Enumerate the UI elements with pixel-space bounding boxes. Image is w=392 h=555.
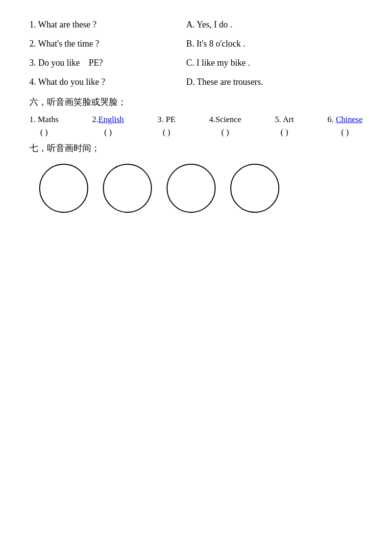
qa-row-3: 3. Do you like PE? C. I like my bike .: [29, 58, 363, 68]
subject-pe: 3. PE ( ): [157, 115, 175, 137]
qa-answer-3: C. I like my bike .: [186, 58, 363, 68]
subject-english-bracket: ( ): [104, 127, 112, 137]
subject-pe-label: 3. PE: [157, 115, 175, 125]
subject-art-bracket: ( ): [280, 127, 288, 137]
subject-science: 4.Science ( ): [209, 115, 242, 137]
subject-maths: 1. Maths ( ): [29, 115, 59, 137]
qa-question-4: 4. What do you like ?: [29, 77, 186, 87]
subject-chinese-bracket: ( ): [341, 127, 349, 137]
qa-row-1: 1. What are these ? A. Yes, I do .: [29, 20, 363, 30]
qa-answer-4: D. These are trousers.: [186, 77, 363, 87]
subject-maths-label: 1. Maths: [29, 115, 59, 125]
subject-chinese: 6. Chinese ( ): [327, 115, 363, 137]
qa-section: 1. What are these ? A. Yes, I do . 2. Wh…: [29, 20, 363, 87]
subject-chinese-link[interactable]: Chinese: [336, 115, 363, 124]
section-7-heading: 七，听音画时间；: [29, 142, 363, 154]
subject-maths-bracket: ( ): [40, 127, 48, 137]
clock-circle-4: [230, 164, 279, 213]
subject-english-label: 2.English: [92, 115, 124, 125]
subject-pe-bracket: ( ): [163, 127, 171, 137]
qa-answer-2: B. It's 8 o'clock .: [186, 39, 363, 49]
qa-answer-1: A. Yes, I do .: [186, 20, 363, 30]
subject-science-bracket: ( ): [221, 127, 229, 137]
clock-circle-3: [167, 164, 216, 213]
subject-art: 5. Art ( ): [275, 115, 294, 137]
qa-row-4: 4. What do you like ? D. These are trous…: [29, 77, 363, 87]
subject-english-link[interactable]: English: [98, 115, 124, 124]
section-6-heading: 六，听音画笑脸或哭脸；: [29, 96, 363, 108]
subject-science-label: 4.Science: [209, 115, 242, 125]
qa-question-3: 3. Do you like PE?: [29, 58, 186, 68]
subject-chinese-label: 6. Chinese: [327, 115, 363, 125]
section-6: 六，听音画笑脸或哭脸； 1. Maths ( ) 2.English ( ) 3…: [29, 96, 363, 137]
subjects-labels-row: 1. Maths ( ) 2.English ( ) 3. PE ( ) 4.S…: [29, 115, 363, 137]
qa-question-2: 2. What's the time ?: [29, 39, 186, 49]
clock-circle-1: [39, 164, 88, 213]
qa-question-1: 1. What are these ?: [29, 20, 186, 30]
clock-circle-2: [103, 164, 152, 213]
section-7: 七，听音画时间；: [29, 142, 363, 213]
qa-row-2: 2. What's the time ? B. It's 8 o'clock .: [29, 39, 363, 49]
circles-row: [39, 164, 363, 213]
subject-art-label: 5. Art: [275, 115, 294, 125]
subject-english: 2.English ( ): [92, 115, 124, 137]
